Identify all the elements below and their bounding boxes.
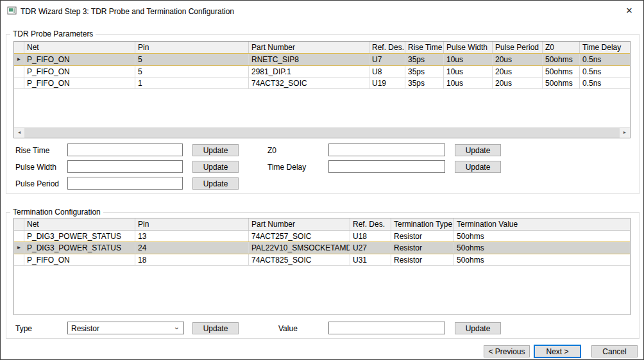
- cancel-button[interactable]: Cancel: [591, 345, 638, 357]
- column-header-part-number[interactable]: Part Number: [249, 42, 369, 53]
- scroll-right-icon[interactable]: ►: [620, 128, 630, 137]
- table-row[interactable]: P_FIFO_ON 1 74ACT32_SOIC U19 35ps 10us 2…: [14, 78, 630, 89]
- termination-configuration-group: Termination Configuration Net Pin Part N…: [6, 212, 640, 339]
- probe-table-header-row: Net Pin Part Number Ref. Des. Rise Time …: [14, 42, 630, 54]
- table-cell: U19: [369, 78, 405, 88]
- table-cell: 35ps: [405, 78, 444, 88]
- value-label: Value: [278, 324, 298, 333]
- chevron-down-icon: ⌄: [174, 323, 180, 331]
- column-header-part-number[interactable]: Part Number: [249, 218, 350, 230]
- table-row[interactable]: ► P_FIFO_ON 5 RNETC_SIP8 U7 35ps 10us 20…: [14, 53, 630, 66]
- table-cell: 5: [135, 54, 249, 65]
- table-cell: 35ps: [405, 54, 444, 65]
- scrollbar-thumb[interactable]: [24, 128, 620, 138]
- time-delay-update-button[interactable]: Update: [455, 161, 501, 173]
- table-cell: 24: [135, 242, 249, 254]
- table-cell: 13: [135, 231, 249, 241]
- table-cell: 50ohms: [454, 231, 630, 241]
- column-header-ref-des[interactable]: Ref. Des.: [369, 42, 405, 53]
- table-cell: 74ACT32_SOIC: [249, 78, 369, 88]
- table-cell: 20us: [493, 54, 543, 65]
- value-update-button[interactable]: Update: [455, 322, 501, 334]
- close-icon[interactable]: ✕: [623, 5, 635, 17]
- termination-table-header-row: Net Pin Part Number Ref. Des. Terminatio…: [14, 218, 630, 231]
- app-icon: [7, 6, 17, 15]
- type-label: Type: [15, 324, 32, 333]
- table-cell: 10us: [444, 54, 493, 65]
- row-selector-cell[interactable]: ►: [14, 242, 24, 254]
- table-cell: U27: [350, 242, 391, 254]
- table-row[interactable]: P_FIFO_ON 5 2981_DIP.1 U8 35ps 10us 20us…: [14, 66, 630, 78]
- column-header-net[interactable]: Net: [24, 218, 135, 230]
- table-cell: 35ps: [405, 66, 444, 77]
- z0-input[interactable]: [328, 143, 445, 156]
- probe-parameters-group: TDR Probe Parameters Net Pin Part Number…: [6, 34, 640, 194]
- column-header-time-delay[interactable]: Time Delay: [580, 42, 630, 53]
- next-button[interactable]: Next >: [534, 345, 581, 358]
- table-cell: 50ohms: [454, 242, 630, 254]
- pulse-period-input[interactable]: [67, 177, 183, 190]
- table-cell: 0.5ns: [580, 66, 630, 77]
- table-row[interactable]: P_FIFO_ON 18 74ACT825_SOIC U31 Resistor …: [14, 254, 630, 266]
- termination-table: Net Pin Part Number Ref. Des. Terminatio…: [13, 218, 631, 315]
- row-selector-cell[interactable]: [14, 66, 24, 77]
- table-cell: P_FIFO_ON: [24, 54, 135, 65]
- table-cell: 74ACT825_SOIC: [249, 254, 350, 265]
- rise-time-input[interactable]: [67, 143, 183, 156]
- table-cell: 18: [135, 254, 249, 265]
- table-row[interactable]: ► P_DIG3_POWER_STATUS 24 PAL22V10_SMSOCK…: [14, 241, 630, 254]
- row-selector-cell[interactable]: ►: [14, 54, 24, 65]
- column-header-pin[interactable]: Pin: [135, 42, 249, 53]
- table-cell: P_FIFO_ON: [24, 254, 135, 265]
- probe-table: Net Pin Part Number Ref. Des. Rise Time …: [13, 41, 631, 138]
- row-selector-cell[interactable]: [14, 78, 24, 88]
- table-cell: U31: [350, 254, 391, 265]
- scroll-left-icon[interactable]: ◄: [14, 128, 24, 137]
- table-cell: 74ACT257_SOIC: [249, 231, 350, 241]
- type-update-button[interactable]: Update: [192, 322, 239, 334]
- termination-group-title: Termination Configuration: [10, 208, 103, 217]
- row-selector-cell[interactable]: [14, 254, 24, 265]
- type-select-value: Resistor: [71, 324, 99, 333]
- pulse-period-update-button[interactable]: Update: [192, 177, 239, 190]
- pulse-width-input[interactable]: [67, 160, 183, 173]
- table-cell: 5: [135, 66, 249, 77]
- previous-button[interactable]: < Previous: [484, 345, 530, 357]
- table-cell: 20us: [493, 78, 543, 88]
- z0-update-button[interactable]: Update: [455, 144, 501, 156]
- window-title: TDR Wizard Step 3: TDR Probe and Termina…: [21, 7, 234, 16]
- row-selector-cell[interactable]: [14, 231, 24, 241]
- time-delay-label: Time Delay: [267, 163, 306, 172]
- time-delay-input[interactable]: [328, 160, 445, 173]
- column-header-pulse-period[interactable]: Pulse Period: [493, 42, 543, 53]
- pulse-period-label: Pulse Period: [15, 179, 59, 188]
- value-input[interactable]: [328, 322, 445, 334]
- probe-group-title: TDR Probe Parameters: [10, 29, 96, 38]
- horizontal-scrollbar[interactable]: ◄ ►: [14, 127, 630, 138]
- rise-time-label: Rise Time: [15, 146, 49, 155]
- table-cell: 2981_DIP.1: [249, 66, 369, 77]
- row-selector-header: [14, 42, 24, 53]
- table-cell: 0.5ns: [580, 54, 630, 65]
- column-header-ref-des[interactable]: Ref. Des.: [350, 218, 391, 230]
- table-cell: Resistor: [391, 254, 454, 265]
- table-cell: U7: [369, 54, 405, 65]
- table-cell: 10us: [444, 66, 493, 77]
- title-bar: TDR Wizard Step 3: TDR Probe and Termina…: [1, 1, 643, 21]
- column-header-rise-time[interactable]: Rise Time: [405, 42, 444, 53]
- column-header-z0[interactable]: Z0: [543, 42, 580, 53]
- row-selector-arrow-icon: ►: [17, 56, 22, 62]
- rise-time-update-button[interactable]: Update: [192, 144, 239, 156]
- table-cell: RNETC_SIP8: [249, 54, 369, 65]
- column-header-net[interactable]: Net: [24, 42, 135, 53]
- type-select[interactable]: Resistor ⌄: [67, 322, 184, 334]
- column-header-pin[interactable]: Pin: [135, 218, 249, 230]
- column-header-termination-type[interactable]: Termination Type: [391, 218, 454, 230]
- table-cell: P_FIFO_ON: [24, 78, 135, 88]
- pulse-width-update-button[interactable]: Update: [192, 161, 239, 173]
- row-selector-arrow-icon: ►: [17, 245, 22, 250]
- table-row[interactable]: P_DIG3_POWER_STATUS 13 74ACT257_SOIC U18…: [14, 231, 630, 242]
- column-header-termination-value[interactable]: Termination Value: [454, 218, 630, 230]
- column-header-pulse-width[interactable]: Pulse Width: [444, 42, 493, 53]
- table-cell: 50ohms: [543, 54, 580, 65]
